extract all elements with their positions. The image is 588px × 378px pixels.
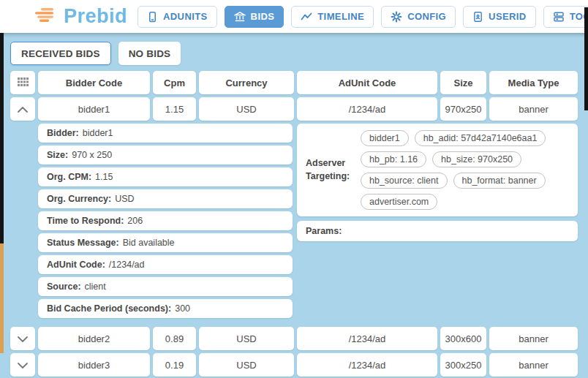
targeting-chip: hb_pb: 1.16 [361,151,426,167]
nav-button-timeline[interactable]: TIMELINE [291,6,374,28]
detail-org-currency: Org. Currency:USD [38,189,293,208]
cell-media-type: banner [489,97,578,121]
cell-media-type: banner [489,327,578,350]
cell-currency: USD [199,327,294,350]
column-header-media-type: Media Type [489,71,578,94]
nav-button-bids[interactable]: BIDS [225,6,284,28]
nav-button-config[interactable]: CONFIG [381,6,456,28]
expand-row-button[interactable] [10,353,35,377]
table-row-bidder1: bidder1 1.15 USD /1234/ad 970x250 banner [10,97,578,121]
targeting-chips: bidder1 hb_adid: 57d42a7140e6aa1 hb_pb: … [361,130,570,210]
nav-button-tools[interactable]: TOOLS [543,6,588,28]
expand-row-button[interactable] [10,327,35,350]
targeting-chip: hb_size: 970x250 [432,151,521,167]
background-page-sliver-black-left [0,33,4,243]
params-panel: Params: [297,221,578,241]
cell-currency: USD [199,97,294,121]
detail-size: Size:970 x 250 [38,145,293,165]
detail-adunit-code: AdUnit Code:/1234/ad [38,255,293,274]
column-header-cpm: Cpm [153,71,196,94]
adserver-targeting-label: Adserver Targeting: [306,157,354,183]
nav-label: CONFIG [407,11,446,22]
main-nav: ADUNITS BIDS TIMELINE [137,6,588,28]
cell-size: 300x250 [440,353,486,377]
cell-currency: USD [199,353,294,377]
app-header: Prebid ADUNITS BIDS [0,0,588,33]
adserver-targeting-panel: Adserver Targeting: bidder1 hb_adid: 57d… [297,124,578,216]
cell-cpm: 0.89 [153,327,196,350]
cell-adunit-code: /1234/ad [297,97,437,121]
background-page-sliver-orange-left [0,243,4,353]
cell-media-type: banner [489,353,578,377]
detail-time-to-respond: Time to Respond:206 [38,211,293,230]
prebid-logo-text: Prebid [64,5,127,28]
bid-details-bidder1: Bidder:bidder1 Size:970 x 250 Org. CPM:1… [38,124,578,321]
table-row-bidder2: bidder2 0.89 USD /1234/ad 300x600 banner [10,327,578,350]
bids-panel: RECEIVED BIDS NO BIDS Bidder Code Cpm Cu… [0,33,588,377]
cell-adunit-code: /1234/ad [297,327,437,350]
nav-button-userid[interactable]: USERID [463,6,536,28]
chevron-up-icon [18,104,28,115]
tab-received-bids[interactable]: RECEIVED BIDS [10,42,111,65]
detail-bid-cache-period: Bid Cache Period (seconds):300 [38,299,293,318]
nav-label: ADUNITS [163,11,208,22]
column-selector-button[interactable] [10,71,35,94]
tools-stack-icon [553,11,565,23]
cell-bidder-code: bidder3 [38,353,150,377]
bid-detail-panels: Adserver Targeting: bidder1 hb_adid: 57d… [297,124,578,241]
adunits-phone-icon [147,11,158,23]
detail-bidder: Bidder:bidder1 [38,124,293,143]
grid-icon [18,78,29,88]
cell-size: 300x600 [440,327,486,350]
table-header-row: Bidder Code Cpm Currency AdUnit Code Siz… [10,71,578,94]
tab-no-bids[interactable]: NO BIDS [118,42,181,65]
nav-label: TIMELINE [317,11,364,22]
params-label: Params: [306,226,342,236]
cell-cpm: 0.19 [153,353,196,377]
timeline-chart-icon [301,11,312,23]
bids-tabs: RECEIVED BIDS NO BIDS [10,42,578,65]
userid-card-icon [472,11,483,23]
targeting-chip: hb_source: client [361,173,448,189]
chevron-down-icon [18,333,28,344]
targeting-chip: advertiser.com [361,194,437,210]
cell-size: 970x250 [440,97,486,121]
column-header-adunit-code: AdUnit Code [297,71,437,94]
nav-label: BIDS [251,11,275,22]
targeting-chip: hb_adid: 57d42a7140e6aa1 [415,130,546,146]
background-page-sliver-black-right [584,7,588,110]
prebid-logo-lines-icon [35,7,57,26]
column-header-bidder-code: Bidder Code [38,71,150,94]
targeting-chip: hb_format: banner [453,173,546,189]
config-gear-icon [391,11,402,23]
detail-org-cpm: Org. CPM:1.15 [38,167,293,186]
targeting-chip: bidder1 [361,130,409,146]
detail-status-message: Status Message:Bid available [38,233,293,252]
nav-label: USERID [489,11,527,22]
detail-source: Source:client [38,277,293,296]
bids-bank-icon [234,11,246,23]
column-header-currency: Currency [199,71,294,94]
bid-detail-fields: Bidder:bidder1 Size:970 x 250 Org. CPM:1… [38,124,293,321]
cell-bidder-code: bidder2 [38,327,150,350]
cell-bidder-code: bidder1 [38,97,150,121]
prebid-logo: Prebid [35,5,127,28]
cell-cpm: 1.15 [153,97,196,121]
column-header-size: Size [440,71,486,94]
collapse-row-button[interactable] [10,97,35,121]
chevron-down-icon [18,360,28,371]
nav-button-adunits[interactable]: ADUNITS [137,6,217,28]
table-row-bidder3: bidder3 0.19 USD /1234/ad 300x250 banner [10,353,578,377]
cell-adunit-code: /1234/ad [297,353,437,377]
